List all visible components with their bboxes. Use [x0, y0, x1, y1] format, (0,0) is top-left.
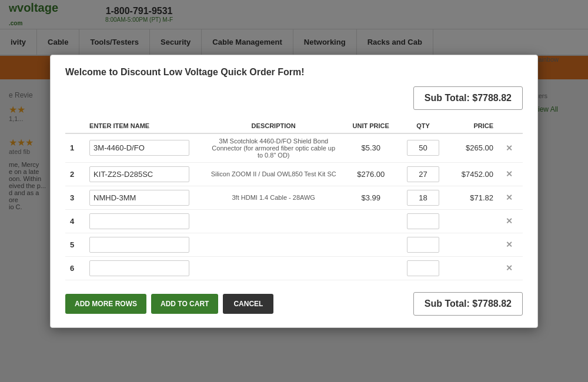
- table-row: 13M Scotchlok 4460-D/FO Shield Bond Conn…: [65, 133, 523, 163]
- delete-row-button[interactable]: ✕: [503, 215, 516, 227]
- item-name-cell: [85, 186, 205, 209]
- cancel-button[interactable]: CANCEL: [223, 294, 273, 314]
- order-table: ENTER ITEM NAME DESCRIPTION UNIT PRICE Q…: [65, 119, 523, 280]
- add-to-cart-button[interactable]: ADD TO CART: [151, 294, 218, 314]
- qty-cell: [400, 186, 446, 209]
- item-name-cell: [85, 209, 205, 233]
- description-cell: [205, 233, 342, 256]
- table-row: 5✕: [65, 233, 523, 256]
- modal-overlay: Welcome to Discount Low Voltage Quick Or…: [0, 0, 588, 382]
- delete-cell: ✕: [498, 162, 523, 186]
- table-row: 6✕: [65, 256, 523, 280]
- delete-row-button[interactable]: ✕: [503, 192, 516, 203]
- quick-order-modal: Welcome to Discount Low Voltage Quick Or…: [50, 55, 538, 328]
- header-row: [65, 119, 85, 133]
- subtotal-bottom: Sub Total: $7788.82: [413, 292, 523, 316]
- subtotal-top-container: Sub Total: $7788.82: [65, 86, 523, 110]
- subtotal-top: Sub Total: $7788.82: [413, 86, 523, 110]
- price-cell: $7452.00: [446, 162, 498, 186]
- item-name-input[interactable]: [89, 166, 189, 182]
- description-cell: [205, 256, 342, 280]
- description-cell: 3M Scotchlok 4460-D/FO Shield Bond Conne…: [205, 133, 342, 163]
- qty-cell: [400, 162, 446, 186]
- description-cell: [205, 209, 342, 233]
- qty-input[interactable]: [407, 260, 439, 276]
- price-cell: [446, 233, 498, 256]
- qty-input[interactable]: [407, 237, 439, 253]
- unit-price-cell: [342, 256, 400, 280]
- add-more-rows-button[interactable]: ADD MORE ROWS: [65, 294, 146, 314]
- qty-input[interactable]: [407, 213, 439, 229]
- qty-input[interactable]: [407, 166, 439, 182]
- delete-row-button[interactable]: ✕: [503, 239, 516, 250]
- price-cell: [446, 256, 498, 280]
- delete-cell: ✕: [498, 209, 523, 233]
- row-number: 3: [65, 186, 85, 209]
- item-name-input[interactable]: [89, 140, 189, 156]
- row-number: 4: [65, 209, 85, 233]
- header-description: DESCRIPTION: [205, 119, 342, 133]
- price-cell: $71.82: [446, 186, 498, 209]
- description-cell: Silicon ZOOM II / Dual OWL850 Test Kit S…: [205, 162, 342, 186]
- delete-cell: ✕: [498, 133, 523, 163]
- item-name-cell: [85, 233, 205, 256]
- delete-cell: ✕: [498, 256, 523, 280]
- unit-price-cell: [342, 209, 400, 233]
- qty-cell: [400, 256, 446, 280]
- item-name-cell: [85, 162, 205, 186]
- item-name-input[interactable]: [89, 237, 189, 253]
- item-name-cell: [85, 256, 205, 280]
- table-row: 4✕: [65, 209, 523, 233]
- unit-price-cell: $276.00: [342, 162, 400, 186]
- description-cell: 3ft HDMI 1.4 Cable - 28AWG: [205, 186, 342, 209]
- unit-price-cell: $5.30: [342, 133, 400, 163]
- row-number: 6: [65, 256, 85, 280]
- unit-price-cell: [342, 233, 400, 256]
- qty-input[interactable]: [407, 140, 439, 156]
- qty-input[interactable]: [407, 190, 439, 206]
- delete-cell: ✕: [498, 186, 523, 209]
- item-name-input[interactable]: [89, 190, 189, 206]
- header-item-name: ENTER ITEM NAME: [85, 119, 205, 133]
- header-qty: QTY: [400, 119, 446, 133]
- price-cell: $265.00: [446, 133, 498, 163]
- row-number: 2: [65, 162, 85, 186]
- qty-cell: [400, 133, 446, 163]
- qty-cell: [400, 233, 446, 256]
- footer-buttons-left: ADD MORE ROWS ADD TO CART CANCEL: [65, 294, 273, 314]
- delete-cell: ✕: [498, 233, 523, 256]
- delete-row-button[interactable]: ✕: [503, 142, 516, 154]
- delete-row-button[interactable]: ✕: [503, 262, 516, 274]
- table-row: 33ft HDMI 1.4 Cable - 28AWG$3.99$71.82✕: [65, 186, 523, 209]
- item-name-input[interactable]: [89, 260, 189, 276]
- delete-row-button[interactable]: ✕: [503, 168, 516, 180]
- header-delete: [498, 119, 523, 133]
- unit-price-cell: $3.99: [342, 186, 400, 209]
- item-name-input[interactable]: [89, 213, 189, 229]
- item-name-cell: [85, 133, 205, 163]
- table-row: 2Silicon ZOOM II / Dual OWL850 Test Kit …: [65, 162, 523, 186]
- price-cell: [446, 209, 498, 233]
- modal-footer: ADD MORE ROWS ADD TO CART CANCEL Sub Tot…: [65, 292, 523, 316]
- row-number: 5: [65, 233, 85, 256]
- qty-cell: [400, 209, 446, 233]
- row-number: 1: [65, 133, 85, 163]
- header-price: PRICE: [446, 119, 498, 133]
- modal-title: Welcome to Discount Low Voltage Quick Or…: [65, 67, 523, 78]
- header-unit-price: UNIT PRICE: [342, 119, 400, 133]
